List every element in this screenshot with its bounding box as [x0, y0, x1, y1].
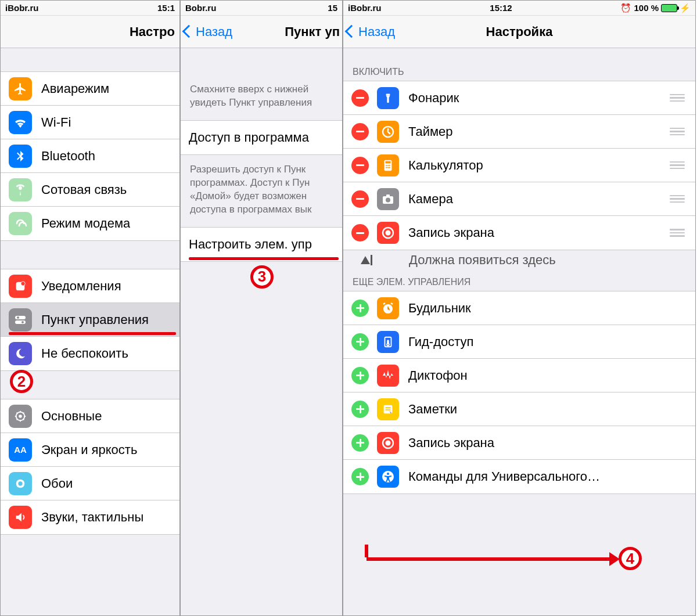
- voice-icon: [377, 365, 399, 387]
- svg-rect-13: [385, 161, 390, 163]
- reorder-handle[interactable]: [670, 94, 687, 102]
- content[interactable]: ВКЛЮЧИТЬ ФонарикТаймерКалькуляторКамераЗ…: [343, 48, 695, 615]
- charging-icon: ⚡: [680, 3, 691, 13]
- row-label: Гид-доступ: [408, 334, 473, 350]
- nav-title: Пункт уп: [285, 24, 340, 39]
- carrier-label: iBobr.ru: [348, 3, 382, 13]
- more-row-voice[interactable]: Диктофон: [343, 359, 695, 392]
- back-button[interactable]: Назад: [184, 24, 232, 39]
- settings-row-hotspot[interactable]: Режим модема: [1, 207, 179, 240]
- more-row-record[interactable]: Запись экрана: [343, 426, 695, 460]
- settings-row-cellular[interactable]: Сотовая связь: [1, 173, 179, 207]
- nav-bar: Настро: [1, 16, 179, 48]
- settings-list[interactable]: АвиарежимWi-FiBluetoothСотовая связьРежи…: [1, 48, 179, 615]
- reorder-handle[interactable]: [670, 229, 687, 237]
- svg-point-33: [387, 473, 389, 475]
- remove-button[interactable]: [351, 190, 369, 208]
- add-button[interactable]: [351, 300, 369, 317]
- remove-button[interactable]: [351, 224, 369, 242]
- highlight-underline: [9, 332, 176, 335]
- customize-controls-row[interactable]: Настроить элем. упр: [181, 228, 342, 261]
- remove-button[interactable]: [351, 89, 369, 107]
- settings-row-notifications[interactable]: Уведомления: [1, 269, 179, 303]
- dnd-icon: [9, 342, 32, 365]
- settings-row-general[interactable]: Основные: [1, 399, 179, 433]
- row-label: Фонарик: [408, 91, 459, 106]
- settings-row-airplane[interactable]: Авиарежим: [1, 72, 179, 106]
- svg-point-14: [386, 164, 387, 165]
- add-button[interactable]: [351, 401, 369, 418]
- status-right: ⏰ 100 % ⚡: [620, 3, 691, 13]
- add-button[interactable]: [351, 434, 369, 452]
- settings-row-display[interactable]: AAЭкран и яркость: [1, 433, 179, 467]
- row-label: Камера: [408, 192, 453, 207]
- include-row-record[interactable]: Запись экрана: [343, 216, 695, 250]
- svg-rect-28: [387, 341, 389, 344]
- guided-icon: [377, 331, 399, 353]
- row-label: Звуки, тактильны: [41, 510, 143, 525]
- reorder-handle[interactable]: [670, 195, 687, 203]
- row-label: Таймер: [408, 124, 453, 139]
- svg-point-1: [21, 281, 25, 285]
- more-row-alarm[interactable]: Будильник: [343, 291, 695, 325]
- row-label: Авиарежим: [41, 81, 109, 96]
- settings-row-control-center[interactable]: Пункт управления: [1, 303, 179, 337]
- row-label: Основные: [41, 409, 102, 424]
- add-button[interactable]: [351, 468, 369, 485]
- include-row-camera[interactable]: Камера: [343, 182, 695, 216]
- svg-point-27: [387, 343, 389, 345]
- clock-label: 15:12: [490, 3, 512, 13]
- include-row-timer[interactable]: Таймер: [343, 115, 695, 149]
- add-button[interactable]: [351, 367, 369, 384]
- svg-point-15: [387, 164, 389, 165]
- row-label: Команды для Универсального…: [408, 469, 600, 484]
- battery-icon: [661, 4, 677, 12]
- alarm-icon: [377, 297, 399, 319]
- calculator-icon: [377, 154, 399, 176]
- highlight-arrow: [367, 557, 616, 561]
- reorder-handle[interactable]: [670, 128, 687, 136]
- svg-point-5: [21, 321, 24, 323]
- settings-row-wallpaper[interactable]: Обои: [1, 467, 179, 500]
- row-label: Калькулятор: [408, 158, 483, 173]
- row-label: Режим модема: [41, 216, 130, 231]
- row-label: Диктофон: [408, 368, 468, 383]
- settings-row-dnd[interactable]: Не беспокоить: [1, 337, 179, 370]
- svg-point-7: [19, 415, 22, 418]
- airplane-icon: [9, 77, 32, 100]
- camera-icon: [377, 188, 399, 210]
- row-label: Обои: [41, 476, 73, 491]
- step-badge-2: 2: [10, 370, 33, 393]
- more-row-notes[interactable]: Заметки: [343, 392, 695, 426]
- include-row-calculator[interactable]: Калькулятор: [343, 149, 695, 182]
- flashlight-icon: [377, 87, 399, 109]
- svg-point-17: [386, 167, 387, 168]
- reorder-handle[interactable]: [670, 161, 687, 170]
- settings-root-panel: iBobr.ru 15:1 Настро АвиарежимWi-FiBluet…: [0, 0, 180, 616]
- clock-label: 15:1: [157, 3, 175, 13]
- chevron-left-icon: [347, 24, 357, 39]
- record-icon: [377, 222, 399, 244]
- nav-bar: Назад Настройка: [343, 16, 695, 48]
- remove-button[interactable]: [351, 157, 369, 174]
- access-in-apps-row[interactable]: Доступ в программа: [181, 121, 342, 154]
- include-row-flashlight[interactable]: Фонарик: [343, 81, 695, 115]
- wifi-icon: [9, 111, 32, 134]
- settings-row-bluetooth[interactable]: Bluetooth: [1, 139, 179, 173]
- back-label: Назад: [358, 24, 395, 39]
- remove-button[interactable]: [351, 123, 369, 141]
- svg-point-16: [389, 164, 390, 165]
- row-label: Пункт управления: [41, 312, 149, 327]
- svg-point-9: [18, 481, 22, 485]
- add-button[interactable]: [351, 333, 369, 351]
- back-button[interactable]: Назад: [347, 24, 395, 39]
- more-row-accessibility[interactable]: Команды для Универсального…: [343, 460, 695, 493]
- back-label: Назад: [196, 24, 232, 39]
- alarm-icon: ⏰: [620, 3, 631, 13]
- step-badge-3: 3: [250, 265, 274, 289]
- settings-row-sounds[interactable]: Звуки, тактильны: [1, 500, 179, 534]
- content: Смахните вверх с нижней увидеть Пункт уп…: [181, 48, 342, 615]
- settings-row-wifi[interactable]: Wi-Fi: [1, 106, 179, 139]
- annotation-text: Должна появиться здесь: [343, 250, 695, 271]
- more-row-guided[interactable]: Гид-доступ: [343, 325, 695, 359]
